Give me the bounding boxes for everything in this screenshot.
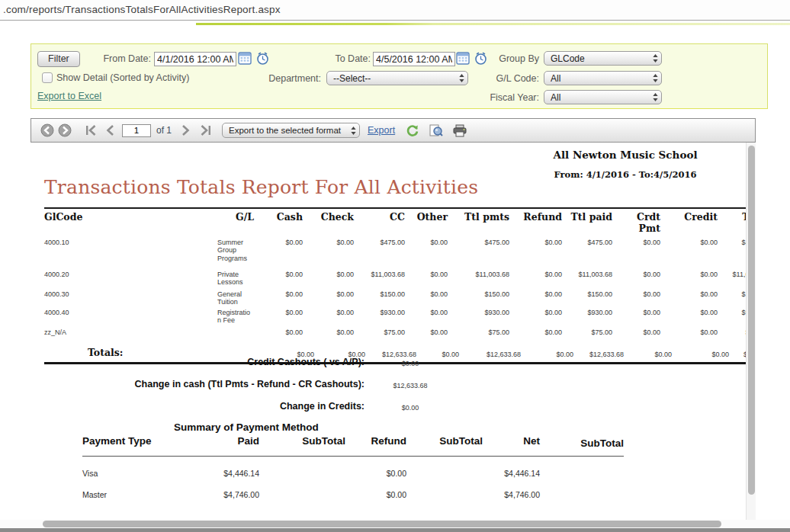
table-header-row: GlCode G/L Cash Check CC Other Ttl pmts … bbox=[44, 211, 756, 234]
fiscal-year-select[interactable]: All bbox=[544, 90, 662, 104]
to-date-input[interactable] bbox=[373, 52, 455, 66]
summary-value: $0.00 bbox=[364, 357, 456, 367]
col-header-glcode: GlCode bbox=[44, 211, 217, 234]
prev-page-button[interactable] bbox=[106, 125, 114, 136]
show-detail-checkbox[interactable] bbox=[42, 72, 53, 83]
horizontal-scrollbar-thumb[interactable] bbox=[43, 521, 721, 527]
cell-cc: $475.00 bbox=[354, 238, 405, 246]
pcol-net: Net bbox=[483, 435, 540, 449]
cell-credit: $0.00 bbox=[660, 290, 718, 298]
cell-check: $0.00 bbox=[303, 328, 354, 336]
cell-glcode: zz_N/A bbox=[44, 328, 217, 336]
total-crdt-pmt: $0.00 bbox=[624, 347, 672, 358]
from-date-calendar-icon[interactable] bbox=[238, 52, 252, 65]
pcell-subtotal-3 bbox=[540, 469, 624, 478]
page-url[interactable]: .com/reports/TransactionsTotalsForAllAct… bbox=[3, 4, 281, 15]
cell-ttl-paid: $150.00 bbox=[562, 290, 612, 298]
pcol-paid: Paid bbox=[172, 435, 259, 449]
cell-ttl-pmts: $150.00 bbox=[448, 290, 509, 298]
cell-crdt-pmt: $0.00 bbox=[612, 290, 660, 298]
group-by-select[interactable]: GLCode bbox=[544, 51, 662, 66]
cell-other: $0.00 bbox=[405, 238, 448, 246]
total-ttl-paid: $12,633.68 bbox=[573, 347, 624, 358]
payment-row: Visa $4,446.14 $0.00 $4,446.14 bbox=[82, 469, 624, 478]
history-forward-button[interactable] bbox=[58, 123, 72, 137]
next-page-button[interactable] bbox=[181, 125, 190, 136]
cell-ttl-pmts: $75.00 bbox=[448, 328, 509, 336]
cell-cash: $0.00 bbox=[254, 328, 303, 336]
pcell-refund: $0.00 bbox=[345, 469, 406, 478]
pcol-payment-type: Payment Type bbox=[82, 435, 172, 449]
pcell-net: $4,746.00 bbox=[483, 490, 540, 499]
table-row: zz_N/A $0.00 $0.00 $75.00 $0.00 $75.00 $… bbox=[44, 328, 756, 337]
print-layout-icon bbox=[429, 123, 443, 137]
export-format-select[interactable]: Export to the selected format bbox=[222, 123, 360, 138]
export-link[interactable]: Export bbox=[368, 125, 395, 136]
first-page-button[interactable] bbox=[85, 125, 97, 136]
cell-credit: $0.00 bbox=[660, 328, 718, 336]
cell-refund: $0.00 bbox=[509, 290, 562, 298]
fiscal-year-label: Fiscal Year: bbox=[470, 92, 539, 103]
from-date-time-icon[interactable] bbox=[255, 51, 270, 66]
summary-value: $12,633.68 bbox=[364, 379, 456, 389]
pcell-type: Visa bbox=[82, 469, 172, 478]
cell-cc: $930.00 bbox=[354, 308, 405, 316]
col-header-gl: G/L bbox=[217, 211, 254, 234]
cell-refund: $0.00 bbox=[509, 308, 562, 316]
cell-cash: $0.00 bbox=[254, 270, 303, 278]
col-header-cash: Cash bbox=[254, 211, 303, 234]
print-button[interactable] bbox=[452, 124, 467, 137]
pcell-refund: $0.00 bbox=[345, 490, 406, 499]
to-date-label: To Date: bbox=[298, 53, 371, 64]
export-to-excel-link[interactable]: Export to Excel bbox=[37, 91, 101, 101]
cell-cc: $11,003.68 bbox=[354, 270, 405, 278]
history-back-button[interactable] bbox=[40, 123, 54, 137]
summary-lines: Credit Cashouts ( vs A/P): $0.00 Change … bbox=[31, 357, 488, 423]
payment-header-rule bbox=[82, 456, 624, 457]
total-credit: $0.00 bbox=[672, 347, 729, 358]
show-detail-label: Show Detail (Sorted by Activity) bbox=[56, 72, 189, 83]
pcell-subtotal-1 bbox=[259, 490, 345, 499]
print-layout-button[interactable] bbox=[429, 123, 443, 137]
cell-other: $0.00 bbox=[405, 290, 448, 298]
cell-cash: $0.00 bbox=[254, 290, 303, 298]
from-date-input[interactable] bbox=[154, 52, 236, 66]
department-select[interactable]: --Select-- bbox=[326, 71, 468, 85]
refresh-button[interactable] bbox=[406, 123, 419, 137]
vertical-scrollbar[interactable] bbox=[746, 143, 756, 521]
cell-ttl-paid: $930.00 bbox=[562, 308, 612, 316]
table-row: 4000.10 Summer Group Programs $0.00 $0.0… bbox=[44, 238, 756, 270]
pcell-subtotal-2 bbox=[406, 490, 483, 499]
cell-crdt-pmt: $0.00 bbox=[612, 270, 660, 278]
cell-gl-description bbox=[217, 328, 254, 328]
payment-rows: Visa $4,446.14 $0.00 $4,446.14 Master $4… bbox=[82, 469, 624, 499]
last-page-button[interactable] bbox=[200, 125, 211, 136]
cell-crdt-pmt: $0.00 bbox=[612, 238, 660, 246]
table-top-rule bbox=[44, 207, 756, 209]
cell-crdt-pmt: $0.00 bbox=[612, 308, 660, 316]
circle-arrow-left-icon bbox=[40, 123, 54, 137]
pcell-subtotal-3 bbox=[540, 490, 624, 499]
col-header-ttl-pmts: Ttl pmts bbox=[448, 211, 509, 234]
vertical-scrollbar-thumb[interactable] bbox=[748, 146, 755, 495]
pcell-net: $4,446.14 bbox=[483, 469, 540, 478]
to-date-calendar-icon[interactable] bbox=[456, 52, 470, 65]
select-arrows-icon bbox=[351, 127, 356, 135]
summary-label: Credit Cashouts ( vs A/P): bbox=[31, 357, 364, 367]
page-number-input[interactable] bbox=[122, 124, 151, 137]
cell-ttl-paid: $475.00 bbox=[562, 238, 612, 246]
filter-button[interactable]: Filter bbox=[37, 51, 80, 67]
cell-cash: $0.00 bbox=[254, 238, 303, 246]
cell-glcode: 4000.10 bbox=[44, 238, 217, 246]
gl-code-select[interactable]: All bbox=[544, 71, 662, 85]
pcell-paid: $4,746.00 bbox=[172, 490, 259, 499]
cell-credit: $0.00 bbox=[660, 238, 718, 246]
cell-gl-description: Registration Fee bbox=[217, 308, 254, 325]
cell-gl-description: Summer Group Programs bbox=[217, 238, 254, 262]
col-header-cc: CC bbox=[354, 211, 405, 234]
report-toolbar: of 1 Export to the selected format Expor… bbox=[31, 118, 756, 143]
table-row: 4000.30 General Tuition $0.00 $0.00 $150… bbox=[44, 290, 756, 308]
report-date-range: From: 4/1/2016 - To:4/5/2016 bbox=[488, 169, 756, 180]
browser-url-bar[interactable]: .com/reports/TransactionsTotalsForAllAct… bbox=[0, 0, 790, 21]
payment-header-row: Payment Type Paid SubTotal Refund SubTot… bbox=[82, 435, 624, 449]
